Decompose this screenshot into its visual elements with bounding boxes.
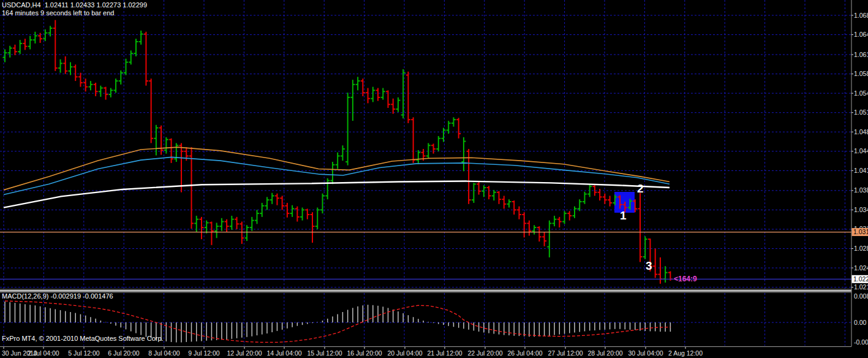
macd-axis-label: 0.00 <box>854 319 867 326</box>
price-axis-label: 1.02820 <box>854 245 868 252</box>
time-axis-label: 2 Jul 04:00 <box>28 349 59 357</box>
time-axis-label: 8 Jul 04:00 <box>148 349 180 357</box>
price-tag-label: 1.02299 <box>853 275 868 283</box>
time-axis-label: 14 Jul 04:00 <box>266 349 301 357</box>
price-axis-label: 1.05470 <box>854 90 868 97</box>
price-axis-label: 1.06130 <box>854 51 868 58</box>
time-axis-label: 16 Jul 20:00 <box>347 349 382 357</box>
macd-indicator-label: MACD(12,26,9) -0.002919 -0.001476 <box>2 292 113 300</box>
time-axis-label: 5 Jul 12:00 <box>68 349 100 357</box>
time-axis-label: 2 Aug 12:00 <box>668 349 703 357</box>
chart-background <box>0 0 868 358</box>
bar-countdown-text: 164 minutes 9 seconds left to bar end <box>2 9 114 17</box>
chart-title: USDCAD,H4 1.02411 1.02433 1.02273 1.0229… <box>2 1 147 9</box>
time-axis-label: 30 Jul 04:00 <box>628 349 663 357</box>
time-axis-label: 9 Jul 12:00 <box>188 349 220 357</box>
price-axis-label: 1.05140 <box>854 109 868 116</box>
time-axis-label: 12 Jul 20:00 <box>227 349 262 357</box>
chart-canvas[interactable]: 123<164:91.068001.064701.061301.058001.0… <box>0 0 868 358</box>
wave-label-2[interactable]: 2 <box>637 182 644 195</box>
price-axis-label: 1.04480 <box>854 147 868 154</box>
price-axis-label: 1.03480 <box>854 206 868 213</box>
time-axis-label: 21 Jul 12:00 <box>427 349 462 357</box>
price-tag-label: 1.03102 <box>853 228 868 235</box>
wave-label-3[interactable]: 3 <box>646 259 652 272</box>
price-axis-label: 1.03810 <box>854 186 868 194</box>
time-axis-label: 26 Jul 04:00 <box>507 349 542 357</box>
price-axis[interactable]: 1.068001.064701.061301.058001.054701.051… <box>851 0 868 358</box>
price-axis-label: 1.04150 <box>854 167 868 174</box>
price-axis-label: 1.04810 <box>854 128 868 135</box>
copyright-text: FxPro MT4, © 2001-2010 MetaQuotes Softwa… <box>2 335 164 342</box>
price-axis-label: 1.06800 <box>854 12 868 19</box>
bar-countdown-tag: <164:9 <box>674 275 697 283</box>
mt4-chart-window: 123<164:91.068001.064701.061301.058001.0… <box>0 0 868 358</box>
wave-label-1[interactable]: 1 <box>620 209 627 222</box>
time-axis-label: 6 Jul 20:00 <box>108 349 140 357</box>
price-axis-label: 1.06470 <box>854 31 868 38</box>
time-axis-label: 15 Jul 12:00 <box>307 349 342 357</box>
macd-axis-label: 0.00828 <box>854 292 868 300</box>
macd-axis-label: -0.00686 <box>854 338 868 346</box>
price-axis-label: 1.02160 <box>854 283 868 291</box>
price-axis-label: 1.02490 <box>854 264 868 272</box>
price-axis-label: 1.05800 <box>854 70 868 77</box>
time-axis-label: 27 Jul 12:00 <box>548 349 583 357</box>
time-axis-label: 22 Jul 20:00 <box>467 349 502 357</box>
time-axis-label: 28 Jul 20:00 <box>587 349 622 357</box>
time-axis-label: 20 Jul 04:00 <box>387 349 422 357</box>
